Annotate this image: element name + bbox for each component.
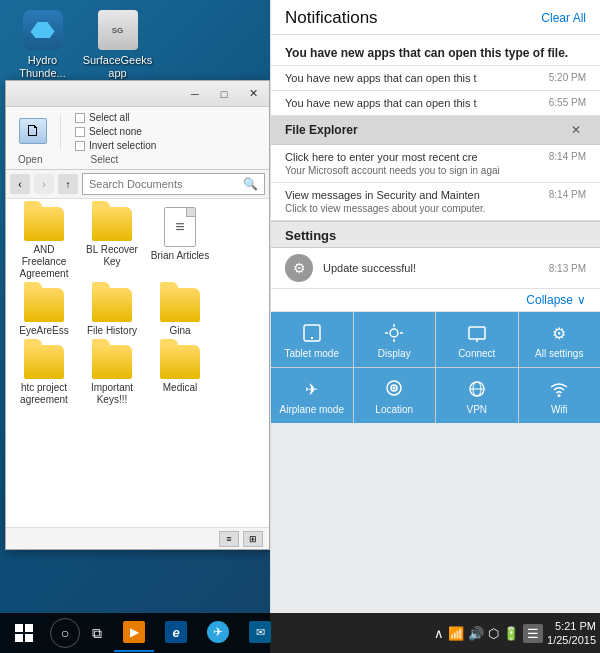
folder-icon: [160, 288, 200, 322]
connect-icon: [466, 322, 488, 344]
quick-action-location[interactable]: Location: [354, 368, 436, 423]
airplane-icon: ✈: [301, 378, 323, 400]
select-all-item[interactable]: Select all: [73, 111, 158, 124]
notif-item-1-text: You have new apps that can open this t: [285, 72, 537, 84]
file-item-eyeareess[interactable]: EyeAreEss: [14, 288, 74, 337]
svg-rect-1: [311, 337, 313, 339]
quick-action-connect[interactable]: Connect: [436, 312, 518, 367]
file-item-medical[interactable]: Medical: [150, 345, 210, 406]
notification-panel: Notifications Clear All You have new app…: [270, 0, 600, 653]
surfacegeeks-icon: SG: [98, 10, 138, 50]
status-bar: ≡ ⊞: [6, 527, 269, 549]
notif-item-2[interactable]: You have new apps that can open this t 6…: [271, 91, 600, 116]
file-item-gina[interactable]: Gina: [150, 288, 210, 337]
fe-notif-item-1[interactable]: Click here to enter your most recent cre…: [271, 145, 600, 183]
quick-action-tablet-mode[interactable]: Tablet mode: [271, 312, 353, 367]
select-all-label: Select all: [89, 112, 130, 123]
quick-action-airplane[interactable]: ✈ Airplane mode: [271, 368, 353, 423]
maximize-button[interactable]: □: [210, 83, 238, 105]
file-item-important[interactable]: Important Keys!!!: [82, 345, 142, 406]
file-grid: AND Freelance Agreement BL Recover Key ≡…: [6, 199, 269, 527]
clear-all-button[interactable]: Clear All: [541, 11, 586, 25]
nav-forward-button[interactable]: ›: [34, 174, 54, 194]
fe-notif-2-row: View messages in Security and Mainten Cl…: [285, 189, 586, 214]
clock-date: 1/25/2015: [547, 633, 596, 647]
airplane-label: Airplane mode: [280, 404, 344, 415]
view-list-button[interactable]: ≡: [219, 531, 239, 547]
taskbar-app-mail[interactable]: ✉: [240, 614, 280, 652]
search-input[interactable]: [89, 178, 224, 190]
notif-item-1-row: You have new apps that can open this t 5…: [285, 72, 586, 84]
minimize-button[interactable]: ─: [181, 83, 209, 105]
notif-item-1-time: 5:20 PM: [549, 72, 586, 83]
folder-icon: [92, 288, 132, 322]
wifi-icon: [548, 378, 570, 400]
nav-up-button[interactable]: ↑: [58, 174, 78, 194]
select-none-item[interactable]: Select none: [73, 125, 158, 138]
file-item-bl[interactable]: BL Recover Key: [82, 207, 142, 280]
file-item-filehistory[interactable]: File History: [82, 288, 142, 337]
taskbar-app-edge[interactable]: e: [156, 614, 196, 652]
volume-icon[interactable]: ⬡: [488, 626, 499, 641]
battery-icon[interactable]: 🔋: [503, 626, 519, 641]
surfacegeeks-label: SurfaceGeeks app: [83, 54, 153, 80]
select-group: Select all Select none Invert selection: [73, 111, 158, 152]
file-explorer-section-header: File Explorer ✕: [271, 116, 600, 145]
network-icon[interactable]: 📶: [448, 626, 464, 641]
desktop-icon-surfacegeeks[interactable]: SG SurfaceGeeks app: [85, 10, 150, 80]
task-view-button[interactable]: ⧉: [82, 618, 112, 648]
speaker-icon[interactable]: 🔊: [468, 626, 484, 641]
settings-notif-item[interactable]: ⚙ Update successful! 8:13 PM: [271, 248, 600, 289]
select-all-checkbox[interactable]: [75, 113, 85, 123]
up-arrow-icon[interactable]: ∧: [434, 626, 444, 641]
close-button[interactable]: ✕: [239, 83, 267, 105]
display-label: Display: [378, 348, 411, 359]
search-box: Search Documents 🔍: [82, 173, 265, 195]
fe-notif-item-2[interactable]: View messages in Security and Mainten Cl…: [271, 183, 600, 221]
desktop-icons-area: Hydro Thunde... SG SurfaceGeeks app: [10, 10, 150, 80]
view-grid-button[interactable]: ⊞: [243, 531, 263, 547]
action-center-icon[interactable]: ☰: [523, 624, 543, 643]
select-none-checkbox[interactable]: [75, 127, 85, 137]
file-item-brian[interactable]: ≡ Brian Articles: [150, 207, 210, 280]
vpn-label: VPN: [466, 404, 487, 415]
file-label: EyeAreEss: [19, 325, 68, 337]
start-button[interactable]: [4, 613, 44, 653]
file-item-and[interactable]: AND Freelance Agreement: [14, 207, 74, 280]
svg-rect-7: [469, 327, 485, 339]
properties-button[interactable]: 🗋: [14, 115, 52, 149]
taskbar-app-vlc[interactable]: ▶: [114, 614, 154, 652]
quick-action-vpn[interactable]: VPN: [436, 368, 518, 423]
system-clock[interactable]: 5:21 PM 1/25/2015: [547, 619, 596, 648]
desktop-icon-hydro[interactable]: Hydro Thunde...: [10, 10, 75, 80]
fe-notif-1-content: Click here to enter your most recent cre…: [285, 151, 537, 176]
fe-notif-2-content: View messages in Security and Mainten Cl…: [285, 189, 537, 214]
collapse-chevron-icon: ∨: [577, 293, 586, 307]
quick-action-all-settings[interactable]: ⚙ All settings: [519, 312, 601, 367]
system-tray: ∧ 📶 🔊 ⬡ 🔋 ☰: [434, 624, 543, 643]
collapse-container: Collapse ∨: [271, 289, 600, 312]
open-label: Open: [18, 154, 42, 165]
nav-back-button[interactable]: ‹: [10, 174, 30, 194]
fe-notif-2-time: 8:14 PM: [549, 189, 586, 200]
quick-action-display[interactable]: Display: [354, 312, 436, 367]
file-explorer-section-close[interactable]: ✕: [566, 120, 586, 140]
fe-notif-1-sub: Your Microsoft account needs you to sign…: [285, 165, 537, 176]
window-controls: ─ □ ✕: [181, 83, 267, 105]
taskbar-app-telegram[interactable]: ✈: [198, 614, 238, 652]
invert-selection-label: Invert selection: [89, 140, 156, 151]
invert-selection-checkbox[interactable]: [75, 141, 85, 151]
select-label: Select: [90, 154, 118, 165]
invert-selection-item[interactable]: Invert selection: [73, 139, 158, 152]
cortana-button[interactable]: ○: [50, 618, 80, 648]
notif-item-2-row: You have new apps that can open this t 6…: [285, 97, 586, 109]
file-label: Important Keys!!!: [82, 382, 142, 406]
svg-point-2: [390, 329, 398, 337]
taskbar-left: ○ ⧉ ▶ e ✈: [4, 613, 280, 653]
notif-item-2-text: You have new apps that can open this t: [285, 97, 537, 109]
file-item-htc[interactable]: htc project agreement: [14, 345, 74, 406]
notif-item-1[interactable]: You have new apps that can open this t 5…: [271, 66, 600, 91]
collapse-button[interactable]: Collapse ∨: [526, 293, 586, 307]
connect-label: Connect: [458, 348, 495, 359]
quick-action-wifi[interactable]: Wifi: [519, 368, 601, 423]
